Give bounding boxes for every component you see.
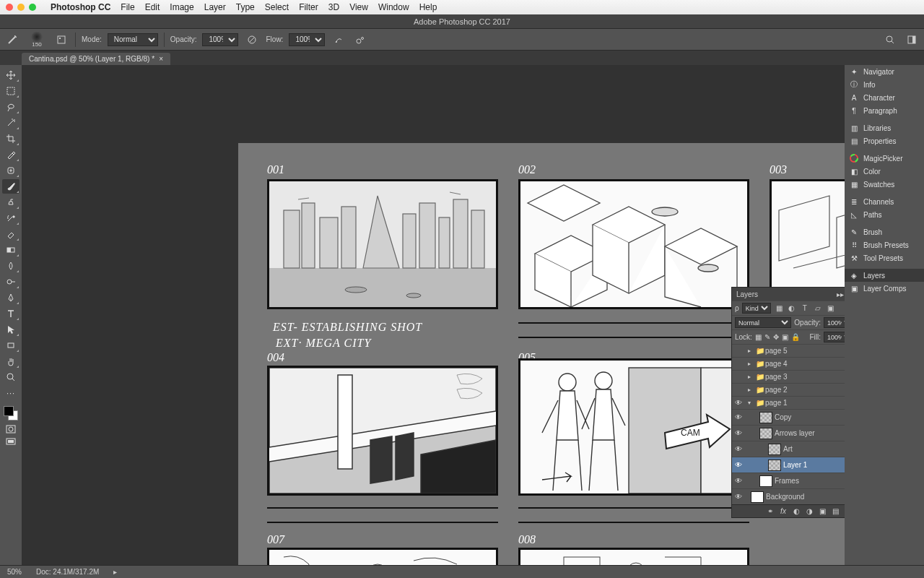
- zoom-tool[interactable]: [2, 370, 19, 384]
- menu-select[interactable]: Select: [265, 2, 289, 12]
- layer-group-row[interactable]: 👁▾📁page 1: [732, 396, 845, 409]
- quick-mask-icon[interactable]: [2, 423, 19, 435]
- eraser-tool[interactable]: [2, 227, 19, 241]
- layer-group-row[interactable]: ▸📁page 2: [732, 383, 845, 396]
- workspace-switcher-icon[interactable]: [904, 32, 920, 48]
- layer-name[interactable]: Art: [783, 445, 845, 453]
- layer-group-row[interactable]: ▸📁page 5: [732, 344, 845, 357]
- move-tool[interactable]: [2, 68, 19, 82]
- menu-type[interactable]: Type: [236, 2, 255, 12]
- visibility-icon[interactable]: 👁: [733, 493, 744, 501]
- magic-wand-tool[interactable]: [2, 116, 19, 130]
- layer-thumbnail[interactable]: [768, 444, 781, 455]
- menu-help[interactable]: Help: [419, 2, 437, 12]
- layers-panel[interactable]: Layers ▸▸ ≡ ρ Kind ▦ ◐ T ▱ ▣ Norm: [731, 287, 845, 518]
- color-swatches[interactable]: [2, 405, 19, 422]
- chevron-icon[interactable]: ▸: [748, 361, 754, 367]
- layer-name[interactable]: Arrows layer: [775, 429, 845, 437]
- edit-toolbar[interactable]: ···: [2, 386, 19, 400]
- panel-swatches[interactable]: ▦Swatches: [845, 178, 924, 191]
- chevron-icon[interactable]: ▸: [748, 374, 754, 380]
- layer-list[interactable]: ▸📁page 5▸📁page 4▸📁page 3▸📁page 2👁▾📁page …: [732, 344, 845, 504]
- panel-color[interactable]: ◧Color: [845, 165, 924, 178]
- healing-brush-tool[interactable]: [2, 163, 19, 178]
- collapse-panel-icon[interactable]: ▸▸: [837, 290, 844, 298]
- status-caret-icon[interactable]: ▸: [113, 568, 117, 576]
- layer-opacity-select[interactable]: 100%: [824, 317, 845, 328]
- panel-brush[interactable]: ✎Brush: [845, 225, 924, 238]
- panel-channels[interactable]: ≣Channels: [845, 195, 924, 208]
- lasso-tool[interactable]: [2, 100, 19, 114]
- airbrush-icon[interactable]: [331, 32, 346, 48]
- flow-select[interactable]: 100%: [289, 33, 325, 46]
- layer-group-row[interactable]: ▸📁page 4: [732, 357, 845, 370]
- panel-libraries[interactable]: ▥Libraries: [845, 121, 924, 134]
- visibility-icon[interactable]: 👁: [733, 477, 744, 485]
- brush-panel-toggle[interactable]: [53, 32, 69, 48]
- layer-name[interactable]: page 4: [765, 360, 845, 368]
- marquee-tool[interactable]: [2, 84, 19, 98]
- close-window-icon[interactable]: [6, 4, 13, 11]
- rectangle-tool[interactable]: [2, 338, 19, 353]
- panel-magicpicker[interactable]: MagicPicker: [845, 152, 924, 165]
- search-icon[interactable]: [882, 32, 898, 48]
- filter-adjust-icon[interactable]: ◐: [787, 303, 796, 313]
- menu-view[interactable]: View: [349, 2, 368, 12]
- chevron-icon[interactable]: ▸: [748, 387, 754, 393]
- history-brush-tool[interactable]: [2, 211, 19, 225]
- visibility-icon[interactable]: 👁: [733, 429, 744, 437]
- layer-fx-icon[interactable]: fx: [779, 507, 788, 515]
- zoom-level[interactable]: 50%: [7, 568, 22, 576]
- lock-transparent-icon[interactable]: ▦: [755, 333, 762, 341]
- layer-thumbnail[interactable]: [768, 460, 781, 471]
- close-tab-icon[interactable]: ×: [159, 55, 163, 63]
- link-layers-icon[interactable]: ⚭: [766, 507, 775, 515]
- layer-thumbnail[interactable]: [759, 475, 772, 487]
- pen-tool[interactable]: [2, 290, 19, 305]
- menu-3d[interactable]: 3D: [328, 2, 339, 12]
- zoom-window-icon[interactable]: [29, 4, 36, 11]
- panel-character[interactable]: ACharacter: [845, 91, 924, 104]
- layer-fill-select[interactable]: 100%: [824, 332, 845, 342]
- menu-edit[interactable]: Edit: [145, 2, 160, 12]
- blend-mode-select[interactable]: Normal: [108, 33, 158, 46]
- chevron-icon[interactable]: ▾: [748, 400, 754, 406]
- visibility-icon[interactable]: 👁: [733, 445, 744, 453]
- panel-tool-presets[interactable]: ⚒Tool Presets: [845, 251, 924, 264]
- lock-artboard-icon[interactable]: ▣: [782, 333, 788, 341]
- layer-thumbnail[interactable]: [751, 491, 764, 503]
- pressure-size-icon[interactable]: [352, 32, 368, 48]
- layer-row[interactable]: 👁Copy: [732, 409, 845, 425]
- blend-mode-select[interactable]: Normal: [735, 317, 791, 328]
- adjustment-layer-icon[interactable]: ◑: [805, 507, 814, 515]
- panel-paths[interactable]: ◺Paths: [845, 208, 924, 221]
- panel-layer-comps[interactable]: ▣Layer Comps: [845, 282, 924, 295]
- dodge-tool[interactable]: [2, 275, 19, 289]
- clone-stamp-tool[interactable]: [2, 195, 19, 210]
- visibility-icon[interactable]: 👁: [733, 461, 744, 469]
- layer-mask-icon[interactable]: ◐: [792, 507, 801, 515]
- menu-filter[interactable]: Filter: [299, 2, 318, 12]
- app-name[interactable]: Photoshop CC: [51, 2, 110, 12]
- pressure-opacity-icon[interactable]: [244, 32, 260, 48]
- lock-position-icon[interactable]: ✥: [773, 333, 779, 341]
- layer-row[interactable]: 👁Background🔒: [732, 488, 845, 504]
- hand-tool[interactable]: [2, 354, 19, 368]
- panel-navigator[interactable]: ✦Navigator: [845, 65, 924, 78]
- layer-name[interactable]: page 5: [765, 347, 845, 355]
- blur-tool[interactable]: [2, 259, 19, 273]
- lock-all-icon[interactable]: 🔒: [791, 333, 800, 341]
- layer-name[interactable]: Frames: [775, 477, 845, 485]
- opacity-select[interactable]: 100%: [202, 33, 238, 46]
- new-layer-icon[interactable]: ▤: [831, 507, 840, 515]
- screen-mode-icon[interactable]: [2, 436, 19, 448]
- layer-row[interactable]: 👁Frames🔒: [732, 473, 845, 488]
- panel-layers[interactable]: ◈Layers: [845, 269, 924, 282]
- canvas-area[interactable]: 001 EST- ESTABLISH: [22, 65, 845, 565]
- layer-name[interactable]: page 2: [765, 386, 845, 394]
- layer-row[interactable]: 👁Art: [732, 441, 845, 457]
- layer-row[interactable]: 👁Arrows layer: [732, 425, 845, 441]
- visibility-icon[interactable]: 👁: [733, 399, 744, 407]
- filter-type-icon[interactable]: T: [800, 303, 809, 313]
- layers-tab[interactable]: Layers: [736, 290, 758, 298]
